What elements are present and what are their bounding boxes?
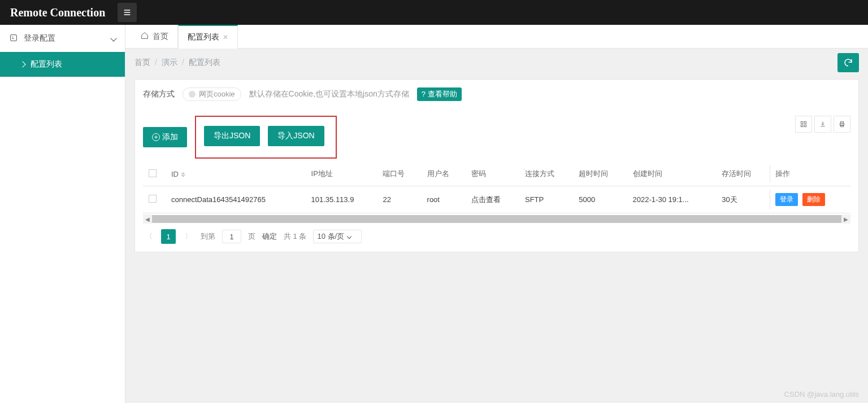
th-password: 密码: [466, 162, 519, 186]
th-timeout: 超时时间: [573, 162, 627, 186]
page-suffix: 页: [248, 231, 255, 242]
th-conn-type: 连接方式: [519, 162, 573, 186]
page-size-select[interactable]: 10 条/页: [313, 230, 362, 243]
storage-title: 存储方式: [143, 89, 175, 99]
tab-config-list[interactable]: 配置列表 ✕: [178, 25, 238, 49]
import-json-button[interactable]: 导入JSON: [268, 126, 324, 146]
watermark: CSDN @java.lang.utils: [784, 390, 859, 398]
cell-ops: 登录 删除: [770, 186, 850, 213]
help-button[interactable]: ? 查看帮助: [417, 87, 462, 101]
cell-alive: 30天: [716, 186, 770, 213]
th-ops: 操作: [770, 162, 850, 186]
cell-conn-type: SFTP: [519, 186, 573, 213]
chevron-down-icon: [347, 234, 351, 239]
svg-rect-2: [804, 121, 806, 124]
settings-icon: [9, 33, 18, 44]
chevron-right-icon: [19, 61, 25, 67]
table-tools: [795, 116, 850, 133]
storage-row: 存储方式 网页cookie 默认存储在Cookie,也可设置本地json方式存储…: [143, 87, 850, 101]
th-alive: 存活时间: [716, 162, 770, 186]
switch-dot-icon: [189, 91, 196, 98]
tab-home[interactable]: 首页: [131, 25, 178, 49]
scroll-right-icon[interactable]: ▶: [841, 214, 850, 224]
th-created: 创建时间: [627, 162, 717, 186]
export-icon: [819, 120, 827, 128]
select-all-checkbox[interactable]: [149, 169, 157, 177]
page-number-current[interactable]: 1: [161, 229, 176, 244]
plus-icon: [152, 133, 160, 141]
columns-icon: [800, 120, 808, 128]
pagination: 〈 1 〉 到第 页 确定 共 1 条 10 条/页: [143, 229, 850, 244]
breadcrumb-demo[interactable]: 演示: [162, 58, 177, 68]
main-area: 首页 配置列表 ✕ 首页 / 演示 / 配置列表 存储方式: [125, 25, 868, 403]
hamburger-icon: [123, 8, 132, 17]
close-icon[interactable]: ✕: [223, 33, 228, 41]
cell-user: root: [422, 186, 466, 213]
table-row: connectData1643541492765 101.35.113.9 22…: [143, 186, 850, 213]
storage-switch[interactable]: 网页cookie: [183, 87, 241, 101]
toolbar-buttons: 添加 导出JSON 导入JSON: [143, 116, 337, 159]
columns-button[interactable]: [795, 116, 812, 133]
row-delete-button[interactable]: 删除: [802, 193, 825, 206]
app-brand: Remote Connection: [0, 6, 115, 19]
home-icon: [140, 31, 149, 42]
svg-rect-0: [11, 34, 17, 41]
breadcrumb: 首页 / 演示 / 配置列表: [134, 58, 220, 68]
refresh-icon: [843, 58, 853, 68]
th-ip: IP地址: [306, 162, 377, 186]
export-button[interactable]: [814, 116, 831, 133]
sidebar-item-label: 配置列表: [31, 59, 62, 69]
page-next[interactable]: 〉: [183, 230, 194, 243]
svg-rect-7: [841, 125, 844, 127]
svg-rect-6: [841, 121, 844, 123]
page-prev[interactable]: 〈: [143, 230, 154, 243]
horizontal-scrollbar[interactable]: ◀ ▶: [143, 214, 850, 224]
th-id[interactable]: ID: [166, 162, 306, 186]
breadcrumb-current: 配置列表: [189, 58, 220, 68]
th-user: 用户名: [422, 162, 466, 186]
row-checkbox[interactable]: [149, 195, 157, 203]
scroll-track[interactable]: [152, 215, 841, 223]
data-table: ID IP地址 端口号 用户名 密码 连接方式 超时时间 创建时间 存活时间 操…: [143, 162, 850, 213]
svg-rect-3: [801, 125, 803, 127]
tabs-bar: 首页 配置列表 ✕: [125, 25, 868, 49]
row-login-button[interactable]: 登录: [775, 193, 798, 206]
sidebar-group-login-config[interactable]: 登录配置: [0, 25, 125, 52]
cell-timeout: 5000: [573, 186, 627, 213]
page-input[interactable]: [222, 230, 241, 243]
tab-label: 首页: [153, 32, 168, 42]
storage-hint: 默认存储在Cookie,也可设置本地json方式存储: [249, 89, 409, 99]
print-button[interactable]: [834, 116, 850, 133]
cell-password[interactable]: 点击查看: [466, 186, 519, 213]
sidebar: 登录配置 配置列表: [0, 25, 125, 403]
tab-label: 配置列表: [188, 32, 219, 42]
sort-icon: [181, 172, 185, 177]
top-bar: Remote Connection: [0, 0, 868, 25]
page-size-label: 10 条/页: [317, 231, 344, 242]
highlight-box: 导出JSON 导入JSON: [195, 116, 337, 159]
cell-created: 2022-1-30 19:1...: [627, 186, 717, 213]
hamburger-button[interactable]: [118, 3, 137, 22]
page-confirm[interactable]: 确定: [262, 231, 277, 242]
th-port: 端口号: [377, 162, 421, 186]
sidebar-item-config-list[interactable]: 配置列表: [0, 52, 125, 77]
cell-id: connectData1643541492765: [166, 186, 306, 213]
breadcrumb-home[interactable]: 首页: [134, 58, 150, 68]
button-label: 添加: [162, 132, 178, 142]
chevron-down-icon: [110, 35, 116, 41]
add-button[interactable]: 添加: [143, 127, 187, 147]
content-card: 存储方式 网页cookie 默认存储在Cookie,也可设置本地json方式存储…: [134, 79, 859, 252]
breadcrumb-row: 首页 / 演示 / 配置列表: [125, 49, 868, 77]
svg-rect-1: [801, 121, 803, 124]
scroll-left-icon[interactable]: ◀: [143, 214, 152, 224]
cell-ip: 101.35.113.9: [306, 186, 377, 213]
table-header-row: ID IP地址 端口号 用户名 密码 连接方式 超时时间 创建时间 存活时间 操…: [143, 162, 850, 186]
sidebar-group-label: 登录配置: [24, 33, 55, 43]
print-icon: [838, 120, 846, 128]
page-to-label: 到第: [201, 231, 215, 242]
svg-rect-4: [804, 125, 806, 127]
cell-port: 22: [377, 186, 421, 213]
page-total: 共 1 条: [284, 231, 306, 242]
refresh-button[interactable]: [837, 53, 859, 72]
export-json-button[interactable]: 导出JSON: [204, 126, 260, 146]
